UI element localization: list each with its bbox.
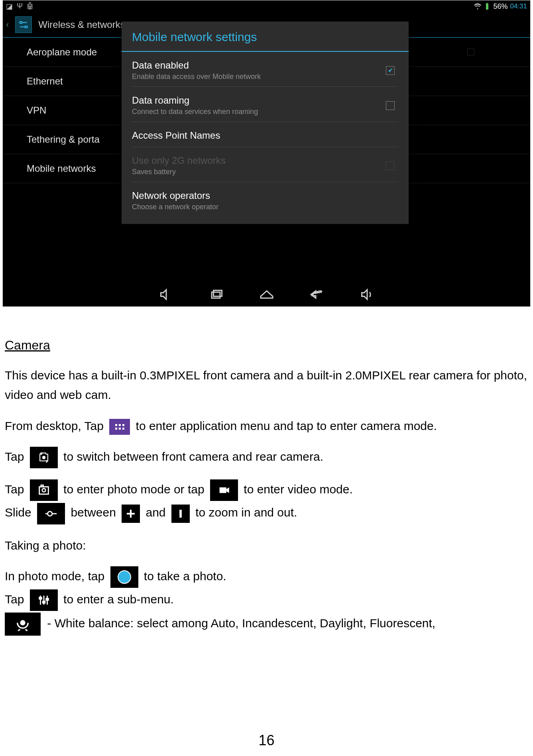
settings-title: Wireless & networks bbox=[38, 19, 125, 30]
instruction-white-balance: - White balance: select among Auto, Inca… bbox=[5, 613, 528, 636]
svg-point-21 bbox=[20, 620, 25, 625]
svg-rect-19 bbox=[43, 601, 45, 603]
label: Tethering & porta bbox=[27, 134, 100, 145]
label: Ethernet bbox=[27, 76, 63, 87]
svg-point-11 bbox=[48, 511, 52, 516]
svg-rect-0 bbox=[20, 22, 23, 23]
svg-rect-6 bbox=[39, 487, 48, 494]
instruction-photo-video: Tap to enter photo mode or tap to enter … bbox=[5, 479, 528, 501]
mobile-network-dialog: Mobile network settings Data enabled Ena… bbox=[122, 22, 409, 224]
row-title: Network operators bbox=[132, 190, 398, 201]
dialog-row-operators[interactable]: Network operators Choose a network opera… bbox=[132, 182, 398, 217]
dialog-row-2g: Use only 2G networks Saves battery bbox=[132, 147, 398, 182]
svg-rect-18 bbox=[39, 597, 41, 599]
battery-icon bbox=[484, 3, 491, 10]
row-sub: Enable data access over Mobile network bbox=[132, 73, 382, 81]
clock: 04:31 bbox=[510, 2, 527, 10]
recent-apps-icon[interactable] bbox=[209, 287, 224, 302]
status-bar: ◪ Ψ 🤖︎ 56% 04:31 bbox=[3, 0, 530, 12]
zoom-slider-icon bbox=[37, 503, 65, 524]
android-navbar bbox=[3, 283, 530, 306]
instruction-take-photo: In photo mode, tap to take a photo. bbox=[5, 566, 528, 588]
svg-rect-20 bbox=[46, 599, 48, 600]
svg-rect-2 bbox=[25, 26, 28, 27]
instruction-zoom: Slide between and to zoom in and out. bbox=[5, 503, 528, 524]
svg-rect-9 bbox=[220, 487, 226, 493]
row-title: Use only 2G networks bbox=[132, 155, 382, 166]
minus-icon bbox=[171, 505, 190, 523]
row-title: Data enabled bbox=[132, 60, 382, 71]
checkbox-icon[interactable] bbox=[467, 49, 474, 56]
video-mode-icon bbox=[210, 479, 238, 501]
wireless-icon bbox=[15, 16, 32, 33]
instruction-sub-menu: Tap to enter a sub-menu. bbox=[5, 589, 528, 611]
instruction-switch-cam: Tap to switch between front camera and r… bbox=[5, 447, 528, 468]
shutter-icon bbox=[110, 566, 138, 588]
checkbox-icon[interactable] bbox=[386, 66, 395, 75]
page-number: 16 bbox=[0, 732, 533, 749]
row-title: Access Point Names bbox=[132, 130, 398, 141]
camera-intro: This device has a built-in 0.3MPIXEL fro… bbox=[5, 365, 528, 405]
home-icon[interactable] bbox=[260, 287, 274, 302]
document-body: Camera This device has a built-in 0.3MPI… bbox=[0, 307, 533, 636]
instruction-app-menu: From desktop, Tap to enter application m… bbox=[5, 416, 528, 436]
photo-mode-icon bbox=[30, 479, 58, 501]
white-balance-icon bbox=[5, 613, 41, 636]
switch-camera-icon bbox=[30, 447, 58, 468]
row-title: Data roaming bbox=[132, 95, 382, 106]
apps-grid-icon bbox=[109, 419, 130, 435]
row-sub: Choose a network operator bbox=[132, 203, 398, 211]
label: Mobile networks bbox=[27, 163, 96, 174]
row-sub: Saves battery bbox=[132, 168, 382, 176]
download-icon: ◪ bbox=[6, 2, 13, 11]
back-icon[interactable]: ‹ bbox=[6, 20, 9, 30]
section-heading: Camera bbox=[5, 335, 528, 356]
svg-point-7 bbox=[42, 489, 45, 492]
dialog-title: Mobile network settings bbox=[122, 22, 409, 52]
plus-icon bbox=[122, 505, 140, 523]
label: Aeroplane mode bbox=[27, 47, 97, 58]
dialog-row-apn[interactable]: Access Point Names bbox=[132, 122, 398, 147]
row-sub: Connect to data services when roaming bbox=[132, 108, 382, 116]
checkbox-icon[interactable] bbox=[386, 101, 395, 110]
svg-rect-8 bbox=[41, 485, 43, 487]
wifi-icon bbox=[474, 3, 481, 10]
checkbox-icon bbox=[386, 161, 395, 170]
android-screenshot: ◪ Ψ 🤖︎ 56% 04:31 ‹ Wireless & networks A… bbox=[2, 0, 531, 307]
android-icon: 🤖︎ bbox=[27, 2, 34, 11]
dialog-row-data-enabled[interactable]: Data enabled Enable data access over Mob… bbox=[132, 52, 398, 87]
sliders-icon bbox=[30, 589, 58, 611]
volume-down-icon[interactable] bbox=[159, 287, 173, 302]
usb-icon: Ψ bbox=[17, 2, 23, 11]
subheading-taking-photo: Taking a photo: bbox=[5, 536, 528, 556]
volume-up-icon[interactable] bbox=[360, 287, 374, 302]
back-icon[interactable] bbox=[310, 287, 324, 302]
dialog-row-data-roaming[interactable]: Data roaming Connect to data services wh… bbox=[132, 87, 398, 122]
label: VPN bbox=[27, 105, 46, 116]
battery-percent: 56% bbox=[493, 2, 507, 11]
